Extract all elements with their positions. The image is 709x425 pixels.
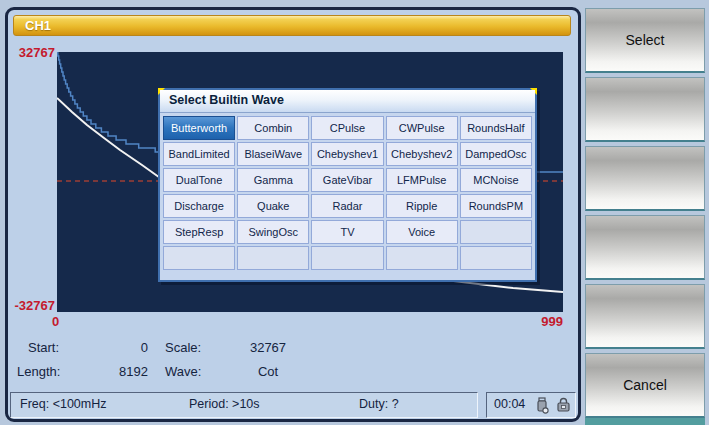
wave-option-empty — [163, 246, 235, 270]
wave-option-combin[interactable]: Combin — [237, 116, 309, 140]
wave-option-empty — [460, 220, 532, 244]
channel-titlebar: CH1 — [13, 15, 571, 36]
x-min-label: 0 — [52, 314, 72, 329]
wave-option-butterworth[interactable]: Butterworth — [163, 116, 235, 140]
wave-option-chebyshev1[interactable]: Chebyshev1 — [311, 142, 383, 166]
dialog-titlebar: Select Builtin Wave — [160, 90, 535, 113]
scale-value: 32767 — [213, 340, 323, 357]
softkey-blank-2[interactable] — [585, 77, 705, 142]
wave-option-dampedosc[interactable]: DampedOsc — [460, 142, 532, 166]
instrument-screen: CH1 32767 -32767 0 999 Start: 0 Scale: 3… — [0, 0, 709, 425]
wave-option-cwpulse[interactable]: CWPulse — [386, 116, 458, 140]
wave-option-ripple[interactable]: Ripple — [386, 194, 458, 218]
wave-option-empty — [311, 246, 383, 270]
start-label: Start: — [28, 340, 59, 357]
wave-option-blaseiwave[interactable]: BlaseiWave — [237, 142, 309, 166]
wave-option-empty — [386, 246, 458, 270]
clock-readout: 00:04 — [494, 397, 525, 411]
wave-label: Wave: — [165, 364, 201, 381]
wave-option-empty — [460, 246, 532, 270]
length-value: 8192 — [63, 364, 148, 381]
measurement-statusbar: Freq: <100mHz Period: >10s Duty: ? — [10, 392, 478, 418]
lock-icon — [556, 397, 571, 417]
wave-option-voice[interactable]: Voice — [386, 220, 458, 244]
scale-label: Scale: — [165, 340, 201, 357]
wave-option-cpulse[interactable]: CPulse — [311, 116, 383, 140]
start-value: 0 — [63, 340, 148, 357]
wave-option-quake[interactable]: Quake — [237, 194, 309, 218]
period-readout: Period: >10s — [189, 397, 260, 411]
wave-option-bandlimited[interactable]: BandLimited — [163, 142, 235, 166]
clock-statusbar: 00:04 — [486, 392, 576, 418]
y-max-label: 32767 — [10, 45, 55, 60]
wave-option-discharge[interactable]: Discharge — [163, 194, 235, 218]
freq-readout: Freq: <100mHz — [20, 397, 107, 411]
softkey-select[interactable]: Select — [585, 8, 705, 73]
softkey-column: SelectCancel — [585, 0, 705, 425]
y-min-label: -32767 — [10, 298, 55, 313]
wave-option-stepresp[interactable]: StepResp — [163, 220, 235, 244]
select-builtin-wave-dialog: Select Builtin Wave ButterworthCombinCPu… — [158, 88, 537, 282]
dialog-title: Select Builtin Wave — [169, 93, 284, 107]
bezel-strip — [585, 418, 705, 425]
softkey-cancel[interactable]: Cancel — [585, 353, 705, 418]
wave-option-lfmpulse[interactable]: LFMPulse — [386, 168, 458, 192]
wave-option-dualtone[interactable]: DualTone — [163, 168, 235, 192]
wave-option-radar[interactable]: Radar — [311, 194, 383, 218]
wave-option-tv[interactable]: TV — [311, 220, 383, 244]
wave-value: Cot — [213, 364, 323, 381]
wave-option-roundspm[interactable]: RoundsPM — [460, 194, 532, 218]
channel-label: CH1 — [25, 18, 51, 33]
softkey-blank-4[interactable] — [585, 215, 705, 280]
length-label: Length: — [17, 364, 60, 381]
wave-option-gatevibar[interactable]: GateVibar — [311, 168, 383, 192]
wave-option-mcnoise[interactable]: MCNoise — [460, 168, 532, 192]
softkey-blank-3[interactable] — [585, 146, 705, 211]
usb-icon — [535, 397, 549, 418]
wave-option-swingosc[interactable]: SwingOsc — [237, 220, 309, 244]
softkey-blank-5[interactable] — [585, 284, 705, 349]
wave-option-grid: ButterworthCombinCPulseCWPulseRoundsHalf… — [163, 116, 532, 270]
wave-option-roundshalf[interactable]: RoundsHalf — [460, 116, 532, 140]
x-max-label: 999 — [513, 314, 563, 329]
duty-readout: Duty: ? — [359, 397, 399, 411]
wave-option-gamma[interactable]: Gamma — [237, 168, 309, 192]
wave-option-empty — [237, 246, 309, 270]
wave-option-chebyshev2[interactable]: Chebyshev2 — [386, 142, 458, 166]
